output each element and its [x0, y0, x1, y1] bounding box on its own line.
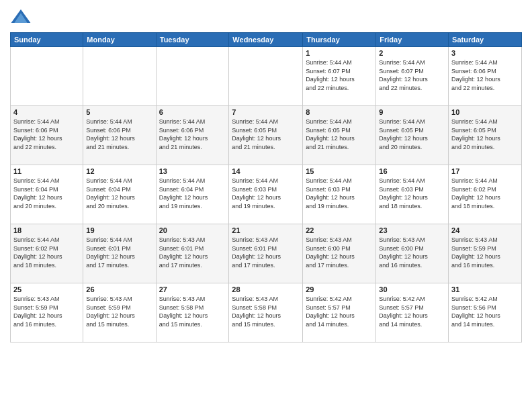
header [10, 7, 522, 28]
calendar-header-row: SundayMondayTuesdayWednesdayThursdayFrid… [11, 33, 522, 47]
calendar-cell: 28Sunrise: 5:43 AM Sunset: 5:58 PM Dayli… [229, 283, 303, 342]
day-info: Sunrise: 5:44 AM Sunset: 6:05 PM Dayligh… [232, 118, 300, 151]
calendar-cell: 26Sunrise: 5:43 AM Sunset: 5:59 PM Dayli… [83, 283, 156, 342]
day-info: Sunrise: 5:44 AM Sunset: 6:02 PM Dayligh… [451, 177, 519, 210]
page: SundayMondayTuesdayWednesdayThursdayFrid… [0, 0, 532, 411]
day-number: 2 [379, 49, 445, 57]
day-info: Sunrise: 5:44 AM Sunset: 6:03 PM Dayligh… [379, 177, 445, 210]
day-info: Sunrise: 5:43 AM Sunset: 5:59 PM Dayligh… [451, 236, 519, 269]
day-info: Sunrise: 5:43 AM Sunset: 6:00 PM Dayligh… [306, 236, 373, 269]
day-number: 4 [13, 108, 80, 116]
logo [10, 7, 34, 28]
day-number: 20 [159, 226, 226, 234]
calendar-cell: 19Sunrise: 5:44 AM Sunset: 6:01 PM Dayli… [83, 224, 156, 283]
calendar-cell [229, 47, 303, 106]
day-number: 9 [379, 108, 445, 116]
calendar-cell [11, 47, 83, 106]
day-info: Sunrise: 5:44 AM Sunset: 6:04 PM Dayligh… [159, 177, 226, 210]
calendar-week-row: 25Sunrise: 5:43 AM Sunset: 5:59 PM Dayli… [11, 283, 522, 342]
day-number: 10 [451, 108, 519, 116]
calendar-cell: 4Sunrise: 5:44 AM Sunset: 6:06 PM Daylig… [11, 106, 83, 165]
day-info: Sunrise: 5:44 AM Sunset: 6:01 PM Dayligh… [86, 236, 152, 269]
calendar-table: SundayMondayTuesdayWednesdayThursdayFrid… [10, 32, 522, 342]
day-number: 14 [232, 167, 300, 175]
day-info: Sunrise: 5:44 AM Sunset: 6:06 PM Dayligh… [86, 118, 152, 151]
day-number: 29 [306, 285, 373, 293]
day-number: 3 [451, 49, 519, 57]
calendar-day-header: Wednesday [229, 33, 303, 47]
day-info: Sunrise: 5:44 AM Sunset: 6:04 PM Dayligh… [13, 177, 80, 210]
calendar-cell: 22Sunrise: 5:43 AM Sunset: 6:00 PM Dayli… [303, 224, 376, 283]
day-number: 19 [86, 226, 152, 234]
calendar-week-row: 4Sunrise: 5:44 AM Sunset: 6:06 PM Daylig… [11, 106, 522, 165]
calendar-cell: 25Sunrise: 5:43 AM Sunset: 5:59 PM Dayli… [11, 283, 83, 342]
day-number: 24 [451, 226, 519, 234]
day-info: Sunrise: 5:42 AM Sunset: 5:57 PM Dayligh… [379, 295, 445, 328]
day-number: 21 [232, 226, 300, 234]
calendar-day-header: Saturday [449, 33, 522, 47]
calendar-cell: 12Sunrise: 5:44 AM Sunset: 6:04 PM Dayli… [83, 165, 156, 224]
day-info: Sunrise: 5:44 AM Sunset: 6:04 PM Dayligh… [86, 177, 152, 210]
day-number: 27 [159, 285, 226, 293]
day-info: Sunrise: 5:44 AM Sunset: 6:02 PM Dayligh… [13, 236, 80, 269]
calendar-cell: 31Sunrise: 5:42 AM Sunset: 5:56 PM Dayli… [449, 283, 522, 342]
day-number: 6 [159, 108, 226, 116]
day-info: Sunrise: 5:44 AM Sunset: 6:05 PM Dayligh… [451, 118, 519, 151]
day-info: Sunrise: 5:44 AM Sunset: 6:06 PM Dayligh… [451, 58, 519, 92]
calendar-week-row: 1Sunrise: 5:44 AM Sunset: 6:07 PM Daylig… [11, 47, 522, 106]
day-info: Sunrise: 5:44 AM Sunset: 6:06 PM Dayligh… [159, 118, 226, 151]
calendar-cell: 1Sunrise: 5:44 AM Sunset: 6:07 PM Daylig… [303, 47, 376, 106]
day-number: 30 [379, 285, 445, 293]
day-number: 25 [13, 285, 80, 293]
calendar-cell: 16Sunrise: 5:44 AM Sunset: 6:03 PM Dayli… [376, 165, 449, 224]
day-number: 11 [13, 167, 80, 175]
calendar-cell: 15Sunrise: 5:44 AM Sunset: 6:03 PM Dayli… [303, 165, 376, 224]
day-info: Sunrise: 5:44 AM Sunset: 6:07 PM Dayligh… [379, 58, 445, 92]
day-number: 12 [86, 167, 152, 175]
calendar-cell: 2Sunrise: 5:44 AM Sunset: 6:07 PM Daylig… [376, 47, 449, 106]
day-info: Sunrise: 5:43 AM Sunset: 5:58 PM Dayligh… [232, 295, 300, 328]
calendar-cell: 23Sunrise: 5:43 AM Sunset: 6:00 PM Dayli… [376, 224, 449, 283]
calendar-cell: 5Sunrise: 5:44 AM Sunset: 6:06 PM Daylig… [83, 106, 156, 165]
day-info: Sunrise: 5:43 AM Sunset: 6:01 PM Dayligh… [159, 236, 226, 269]
day-number: 22 [306, 226, 373, 234]
calendar-cell: 11Sunrise: 5:44 AM Sunset: 6:04 PM Dayli… [11, 165, 83, 224]
day-number: 16 [379, 167, 445, 175]
calendar-cell: 20Sunrise: 5:43 AM Sunset: 6:01 PM Dayli… [156, 224, 229, 283]
calendar-cell: 9Sunrise: 5:44 AM Sunset: 6:05 PM Daylig… [376, 106, 449, 165]
day-number: 1 [306, 49, 373, 57]
day-info: Sunrise: 5:44 AM Sunset: 6:03 PM Dayligh… [306, 177, 373, 210]
day-info: Sunrise: 5:44 AM Sunset: 6:05 PM Dayligh… [379, 118, 445, 151]
calendar-cell [156, 47, 229, 106]
calendar-cell: 7Sunrise: 5:44 AM Sunset: 6:05 PM Daylig… [229, 106, 303, 165]
day-info: Sunrise: 5:44 AM Sunset: 6:07 PM Dayligh… [306, 58, 373, 92]
day-number: 18 [13, 226, 80, 234]
day-number: 13 [159, 167, 226, 175]
day-info: Sunrise: 5:43 AM Sunset: 5:59 PM Dayligh… [86, 295, 152, 328]
day-number: 15 [306, 167, 373, 175]
calendar-week-row: 11Sunrise: 5:44 AM Sunset: 6:04 PM Dayli… [11, 165, 522, 224]
calendar-cell: 18Sunrise: 5:44 AM Sunset: 6:02 PM Dayli… [11, 224, 83, 283]
day-info: Sunrise: 5:44 AM Sunset: 6:03 PM Dayligh… [232, 177, 300, 210]
calendar-cell: 27Sunrise: 5:43 AM Sunset: 5:58 PM Dayli… [156, 283, 229, 342]
day-number: 26 [86, 285, 152, 293]
calendar-week-row: 18Sunrise: 5:44 AM Sunset: 6:02 PM Dayli… [11, 224, 522, 283]
day-info: Sunrise: 5:42 AM Sunset: 5:57 PM Dayligh… [306, 295, 373, 328]
day-info: Sunrise: 5:43 AM Sunset: 5:59 PM Dayligh… [13, 295, 80, 328]
calendar-day-header: Friday [376, 33, 449, 47]
calendar-cell: 14Sunrise: 5:44 AM Sunset: 6:03 PM Dayli… [229, 165, 303, 224]
calendar-cell: 30Sunrise: 5:42 AM Sunset: 5:57 PM Dayli… [376, 283, 449, 342]
day-info: Sunrise: 5:42 AM Sunset: 5:56 PM Dayligh… [451, 295, 519, 328]
calendar-cell: 21Sunrise: 5:43 AM Sunset: 6:01 PM Dayli… [229, 224, 303, 283]
calendar-cell: 13Sunrise: 5:44 AM Sunset: 6:04 PM Dayli… [156, 165, 229, 224]
calendar-cell: 29Sunrise: 5:42 AM Sunset: 5:57 PM Dayli… [303, 283, 376, 342]
calendar-day-header: Sunday [11, 33, 83, 47]
day-number: 23 [379, 226, 445, 234]
day-number: 5 [86, 108, 152, 116]
day-info: Sunrise: 5:43 AM Sunset: 6:00 PM Dayligh… [379, 236, 445, 269]
day-info: Sunrise: 5:44 AM Sunset: 6:05 PM Dayligh… [306, 118, 373, 151]
day-number: 17 [451, 167, 519, 175]
calendar-day-header: Monday [83, 33, 156, 47]
day-number: 8 [306, 108, 373, 116]
calendar-cell [83, 47, 156, 106]
